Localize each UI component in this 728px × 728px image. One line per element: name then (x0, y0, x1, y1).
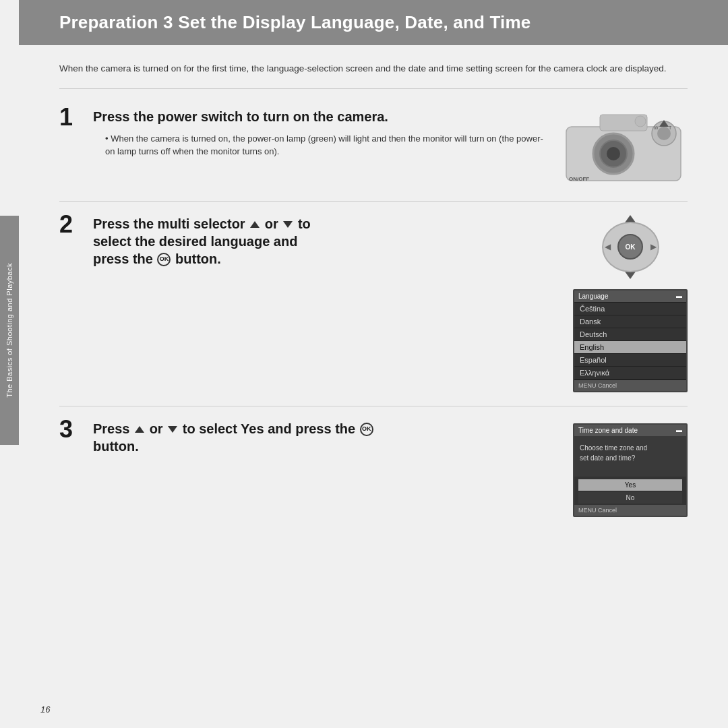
step-2: 2 Press the multi selector or toselect t… (59, 215, 688, 406)
arrow-down-icon-2 (168, 426, 177, 433)
language-screen: Language ▬ Čeština Dansk Deutsch English… (573, 289, 688, 392)
lang-item-espanol: Español (574, 354, 686, 366)
step-1-image: ON/OFF W T (559, 108, 688, 187)
step-2-title: Press the multi selector or toselect the… (93, 215, 563, 268)
tz-yes-option: Yes (578, 479, 682, 491)
step-3-image: Time zone and date ▬ Choose time zone an… (573, 423, 688, 517)
tz-body-line2: set date and time? (580, 454, 635, 462)
page-number: 16 (40, 704, 50, 715)
step-2-number: 2 (59, 212, 93, 237)
step-3-content: Press or to select Yes and press the OK … (93, 420, 563, 462)
svg-point-4 (607, 147, 620, 160)
selector-ring: ◀ ▶ OK (602, 222, 659, 272)
step-2-images: ◀ ▶ OK Language ▬ Čeština Dansk Deutsch … (573, 215, 688, 392)
svg-text:ON/OFF: ON/OFF (569, 176, 589, 182)
timezone-screen: Time zone and date ▬ Choose time zone an… (573, 423, 688, 517)
step-1: 1 Press the power switch to turn on the … (59, 108, 688, 202)
svg-text:T: T (669, 125, 672, 130)
tz-body: Choose time zone and set date and time? (574, 436, 686, 477)
svg-text:W: W (654, 125, 659, 130)
lang-item-greek: Ελληνικά (574, 367, 686, 379)
tz-battery-icon: ▬ (676, 427, 682, 434)
ok-button-icon: OK (157, 253, 171, 266)
lang-item-english: English (574, 341, 686, 353)
step-3-press: Press (93, 421, 133, 436)
camera-illustration: ON/OFF W T (559, 108, 688, 185)
arrow-down-icon (283, 221, 293, 228)
tz-screen-header: Time zone and date ▬ (574, 425, 686, 436)
step-2-content: Press the multi selector or toselect the… (93, 215, 563, 274)
language-header-label: Language (578, 293, 609, 300)
arrow-up-icon (250, 221, 260, 228)
side-tab: The Basics of Shooting and Playback (0, 216, 19, 445)
step-3-end: button. (93, 439, 139, 454)
tz-footer: MENU Cancel (574, 505, 686, 516)
step-2-or: or (265, 216, 282, 231)
tz-no-option: No (578, 492, 682, 504)
language-screen-footer: MENU Cancel (574, 380, 686, 391)
lang-item-dansk: Dansk (574, 315, 686, 328)
language-screen-header: Language ▬ (574, 291, 686, 302)
step-3-mid: to select Yes and press the (183, 421, 359, 436)
multi-selector-image: ◀ ▶ OK (599, 215, 663, 279)
step-3: 3 Press or to select Yes and press the O… (59, 420, 688, 530)
step-2-title-post: button. (175, 251, 221, 266)
lang-item-deutsch: Deutsch (574, 328, 686, 340)
page-title: Preparation 3 Set the Display Language, … (59, 12, 688, 33)
step-1-content: Press the power switch to turn on the ca… (93, 108, 546, 158)
tz-header-label: Time zone and date (578, 427, 638, 434)
step-1-title: Press the power switch to turn on the ca… (93, 108, 546, 125)
step-1-number: 1 (59, 105, 93, 129)
page-header: Preparation 3 Set the Display Language, … (19, 0, 728, 45)
battery-icon: ▬ (676, 293, 682, 299)
step-3-title: Press or to select Yes and press the OK … (93, 420, 563, 455)
lang-item-cestina: Čeština (574, 303, 686, 315)
ok-center: OK (617, 234, 643, 260)
intro-text: When the camera is turned on for the fir… (59, 61, 688, 89)
tz-body-line1: Choose time zone and (580, 444, 647, 452)
ok-button-icon-2: OK (360, 423, 373, 436)
step-1-bullet: When the camera is turned on, the power-… (105, 132, 546, 158)
arrow-up-icon-2 (135, 426, 144, 433)
side-tab-label: The Basics of Shooting and Playback (5, 263, 13, 398)
step-3-or: or (150, 421, 167, 436)
step-3-number: 3 (59, 417, 93, 442)
step-2-title-pre: Press the multi selector (93, 216, 249, 231)
svg-point-7 (635, 116, 646, 127)
